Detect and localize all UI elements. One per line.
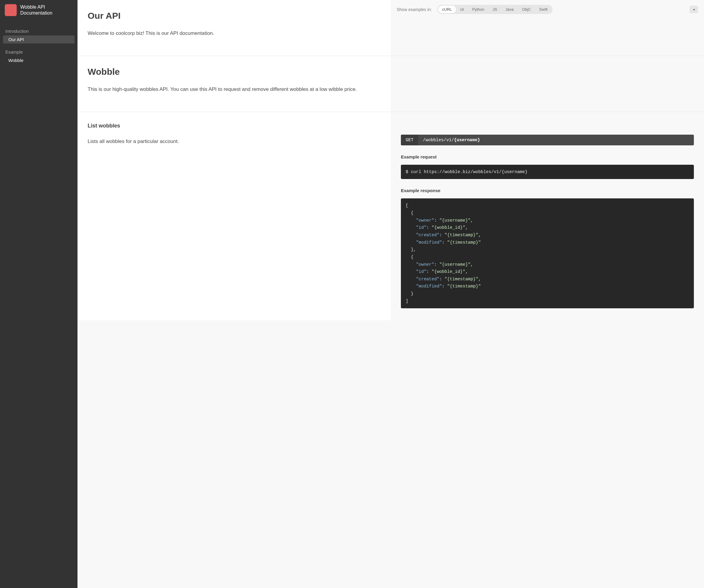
code-column: GET /wobbles/v1/{username} Example reque… (391, 112, 704, 321)
sidebar-item-our-api[interactable]: Our API (3, 36, 74, 44)
logo-icon (5, 4, 17, 16)
http-method: GET (401, 135, 418, 145)
chevron-left-icon: ◂ (693, 7, 695, 11)
section-title: List wobbles (87, 123, 380, 129)
section-title: Wobble (87, 67, 380, 77)
language-pills: cURL cli Python JS Java ObjC Swift (437, 5, 553, 14)
example-response-heading: Example response (401, 188, 694, 193)
code-column (391, 56, 704, 112)
nav-group-label: Introduction (0, 27, 77, 36)
lang-pill-java[interactable]: Java (501, 6, 518, 13)
endpoint-path-param: {username} (454, 138, 480, 142)
sidebar-header: Wobble API Documentation (0, 4, 77, 23)
nav-group-label: Example (0, 48, 77, 56)
doc-column: Wobble This is our high-quality wobbles … (77, 56, 391, 112)
lang-pill-python[interactable]: Python (468, 6, 488, 13)
sidebar-item-wobble[interactable]: Wobble (3, 56, 74, 64)
example-request-code: $ curl https://wobble.biz/wobbles/v1/{us… (401, 165, 694, 179)
example-request-heading: Example request (401, 154, 694, 159)
section-body: Welcome to coolcorp biz! This is our API… (87, 29, 380, 38)
lang-pill-curl[interactable]: cURL (438, 6, 456, 13)
lang-pill-swift[interactable]: Swift (535, 6, 552, 13)
lang-pill-objc[interactable]: ObjC (518, 6, 535, 13)
endpoint-block: GET /wobbles/v1/{username} (401, 135, 694, 145)
doc-column: List wobbles Lists all wobbles for a par… (77, 112, 391, 321)
example-response-code: [ { "owner": "{username}", "id": "{wobbl… (401, 198, 694, 308)
collapse-button[interactable]: ◂ (690, 6, 698, 13)
endpoint-path: /wobbles/v1/{username} (418, 135, 485, 145)
nav-group-introduction: Introduction Our API (0, 27, 77, 44)
lang-pill-cli[interactable]: cli (456, 6, 468, 13)
section-our-api: Our API Welcome to coolcorp biz! This is… (77, 0, 704, 56)
toolbar-label: Show examples in: (397, 7, 432, 12)
lang-pill-js[interactable]: JS (488, 6, 501, 13)
section-list-wobbles: List wobbles Lists all wobbles for a par… (77, 112, 704, 321)
section-wobble: Wobble This is our high-quality wobbles … (77, 56, 704, 112)
page: Our API Welcome to coolcorp biz! This is… (77, 0, 704, 588)
endpoint-path-prefix: /wobbles/v1/ (423, 138, 454, 142)
section-body: Lists all wobbles for a particular accou… (87, 137, 380, 146)
nav-group-example: Example Wobble (0, 48, 77, 64)
doc-column: Our API Welcome to coolcorp biz! This is… (77, 0, 391, 56)
language-toolbar: Show examples in: cURL cli Python JS Jav… (391, 5, 704, 14)
section-title: Our API (87, 11, 380, 21)
code-column: Show examples in: cURL cli Python JS Jav… (391, 0, 704, 56)
sidebar: Wobble API Documentation Introduction Ou… (0, 0, 77, 588)
app-title: Wobble API Documentation (20, 4, 73, 16)
section-body: This is our high-quality wobbles API. Yo… (87, 85, 380, 94)
